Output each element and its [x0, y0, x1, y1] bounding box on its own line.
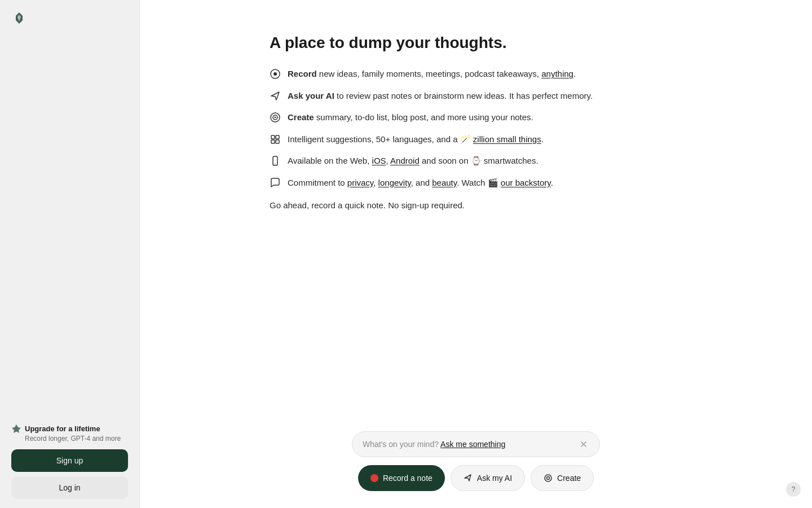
- upgrade-title: Upgrade for a lifetime: [25, 424, 100, 433]
- privacy-link[interactable]: privacy: [347, 178, 373, 187]
- send-icon: [270, 90, 281, 102]
- feature-list: Record new ideas, family moments, meetin…: [270, 68, 778, 189]
- upgrade-subtitle: Record longer, GPT-4 and more: [25, 435, 128, 443]
- svg-rect-5: [271, 135, 275, 139]
- record-circle-icon: [270, 68, 281, 80]
- record-note-button[interactable]: Record a note: [358, 465, 445, 491]
- beauty-link[interactable]: beauty: [432, 178, 457, 187]
- svg-point-10: [275, 164, 276, 165]
- action-buttons: Record a note Ask my AI Create: [358, 465, 594, 491]
- input-placeholder-text: What's on your mind? Ask me something: [363, 440, 573, 449]
- feature-ask-ai: Ask your AI to review past notes or brai…: [270, 90, 778, 103]
- sidebar: Upgrade for a lifetime Record longer, GP…: [0, 0, 140, 508]
- sidebar-content: [0, 38, 139, 414]
- logo-container: [0, 0, 139, 38]
- svg-point-11: [545, 475, 551, 481]
- backstory-link[interactable]: our backstory: [501, 178, 551, 187]
- bottom-bar: What's on your mind? Ask me something Re…: [140, 431, 812, 508]
- placeholder-text: What's on your mind?: [363, 440, 439, 449]
- ios-link[interactable]: iOS: [372, 156, 386, 165]
- svg-rect-6: [276, 135, 279, 139]
- help-label: ?: [792, 485, 796, 493]
- input-bar[interactable]: What's on your mind? Ask me something: [352, 431, 600, 457]
- ask-ai-label: Ask my AI: [477, 474, 512, 483]
- android-link[interactable]: Android: [390, 156, 420, 165]
- longevity-link[interactable]: longevity: [378, 178, 411, 187]
- feature-create-text: Create summary, to-do list, blog post, a…: [288, 111, 533, 124]
- close-input-button[interactable]: [578, 439, 589, 450]
- feature-intelligent: Intelligent suggestions, 50+ languages, …: [270, 133, 778, 146]
- signup-button[interactable]: Sign up: [11, 449, 128, 472]
- feature-available-text: Available on the Web, iOS, Android and s…: [288, 155, 539, 168]
- upgrade-icon: [11, 423, 21, 433]
- go-ahead-text: Go ahead, record a quick note. No sign-u…: [270, 200, 778, 210]
- feature-intelligent-text: Intelligent suggestions, 50+ languages, …: [288, 133, 544, 146]
- feature-commitment-text: Commitment to privacy, longevity, and be…: [288, 177, 553, 190]
- app-logo-icon: [11, 11, 27, 27]
- page-title: A place to dump your thoughts.: [270, 34, 778, 52]
- chat-icon: [270, 177, 281, 189]
- login-button[interactable]: Log in: [11, 476, 128, 499]
- create-label: Create: [557, 474, 581, 483]
- feature-ask-ai-text: Ask your AI to review past notes or brai…: [288, 90, 593, 103]
- anything-link[interactable]: anything: [541, 69, 573, 78]
- svg-point-1: [273, 72, 277, 76]
- svg-rect-7: [271, 140, 275, 143]
- ask-ai-icon: [464, 474, 473, 483]
- feature-record-text: Record new ideas, family moments, meetin…: [288, 68, 576, 81]
- upgrade-label: Upgrade for a lifetime: [11, 423, 128, 433]
- feature-commitment: Commitment to privacy, longevity, and be…: [270, 177, 778, 190]
- sidebar-bottom: Upgrade for a lifetime Record longer, GP…: [0, 414, 139, 508]
- feature-create: Create summary, to-do list, blog post, a…: [270, 111, 778, 124]
- svg-point-12: [547, 477, 550, 480]
- close-icon: [579, 440, 588, 449]
- feature-record: Record new ideas, family moments, meetin…: [270, 68, 778, 81]
- feature-available: Available on the Web, iOS, Android and s…: [270, 155, 778, 168]
- ask-ai-button[interactable]: Ask my AI: [451, 465, 525, 491]
- svg-rect-8: [276, 140, 279, 143]
- grid-icon: [270, 134, 281, 145]
- phone-icon: [270, 155, 281, 167]
- target-icon: [270, 112, 281, 123]
- create-icon: [544, 474, 553, 483]
- record-note-label: Record a note: [383, 474, 433, 483]
- ask-me-link[interactable]: Ask me something: [440, 440, 505, 449]
- zillion-things-link[interactable]: zillion small things: [473, 134, 541, 144]
- record-dot-icon: [370, 474, 378, 482]
- help-button[interactable]: ?: [786, 482, 801, 497]
- main-panel: A place to dump your thoughts. Record ne…: [140, 0, 812, 508]
- upgrade-section: Upgrade for a lifetime Record longer, GP…: [11, 423, 128, 443]
- create-button[interactable]: Create: [531, 465, 594, 491]
- svg-point-4: [275, 117, 276, 119]
